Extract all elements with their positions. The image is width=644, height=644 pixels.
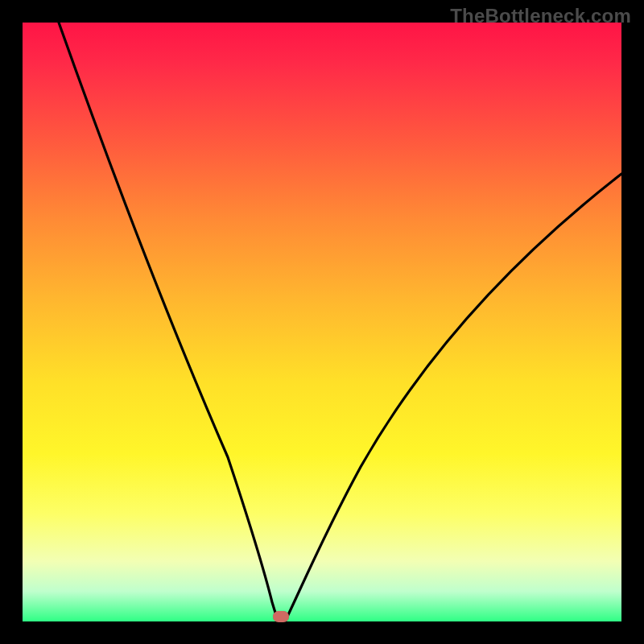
right-branch-curve <box>285 174 621 621</box>
curve-layer <box>23 23 621 621</box>
watermark-text: TheBottleneck.com <box>450 5 631 27</box>
plot-area <box>23 23 621 621</box>
chart-container: TheBottleneck.com <box>0 0 644 644</box>
left-branch-curve <box>59 23 279 621</box>
minimum-marker <box>273 611 289 622</box>
